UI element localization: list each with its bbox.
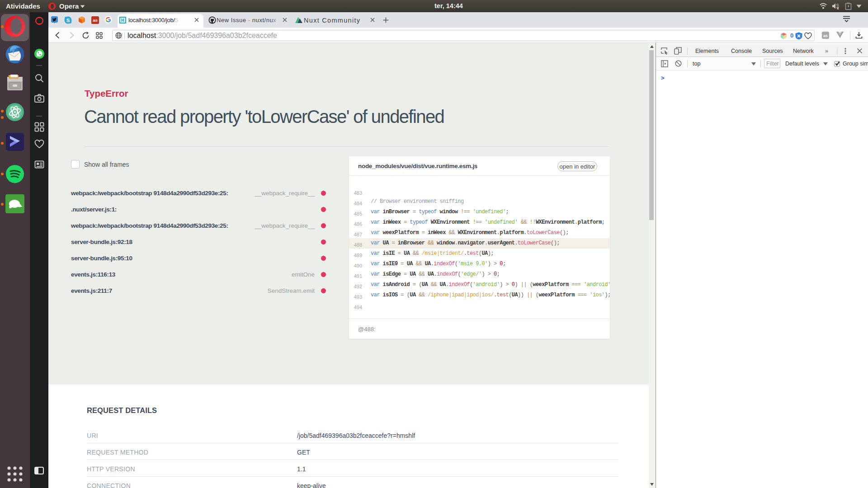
svg-text:S: S [66, 18, 70, 23]
svg-text:x: x [837, 6, 839, 9]
svg-text:as: as [823, 33, 828, 38]
svg-text:as: as [93, 18, 98, 23]
